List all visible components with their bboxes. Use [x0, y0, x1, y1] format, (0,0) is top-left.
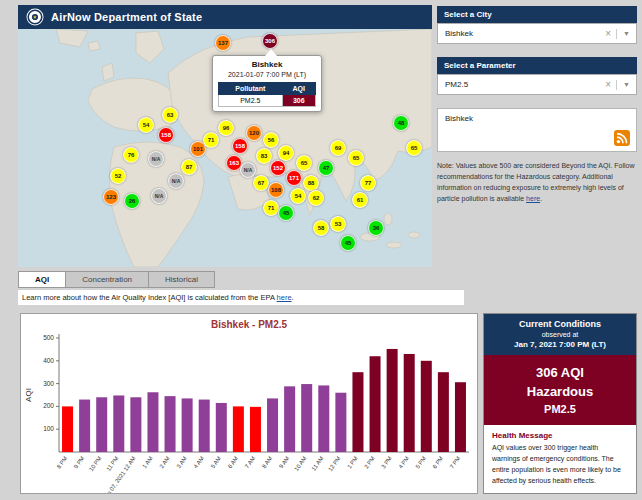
svg-text:12 PM: 12 PM [327, 455, 342, 472]
map-marker[interactable]: 58 [313, 220, 329, 236]
note-link[interactable]: here [526, 195, 540, 202]
map-marker[interactable]: 96 [218, 120, 234, 136]
svg-text:8 PM: 8 PM [56, 455, 69, 470]
map[interactable]: 137306541586376N/A5212326N/AN/A871017196… [18, 29, 432, 267]
map-marker[interactable]: 69 [330, 140, 346, 156]
map-marker[interactable]: 137 [215, 35, 231, 51]
city-select-value: Bishkek [445, 29, 600, 38]
current-aqi-box: 306 AQI Hazardous PM2.5 [484, 355, 636, 425]
map-marker[interactable]: 62 [308, 190, 324, 206]
map-marker[interactable]: 54 [138, 117, 154, 133]
map-marker[interactable]: 26 [124, 193, 140, 209]
chevron-down-icon[interactable]: ▼ [617, 30, 636, 37]
chevron-down-icon[interactable]: ▼ [617, 81, 636, 88]
svg-text:6 AM: 6 AM [227, 455, 240, 469]
map-marker[interactable]: 48 [393, 115, 409, 131]
map-marker[interactable]: 71 [263, 200, 279, 216]
map-marker[interactable]: 94 [278, 145, 294, 161]
map-marker[interactable]: 65 [348, 150, 364, 166]
city-select[interactable]: Bishkek × ▼ [437, 23, 637, 44]
note-suffix: . [540, 195, 542, 202]
svg-text:5 PM: 5 PM [414, 455, 427, 470]
learn-more-link[interactable]: here [277, 293, 292, 302]
health-message-title: Health Message [492, 431, 628, 440]
svg-text:100: 100 [43, 425, 54, 432]
map-marker[interactable]: 76 [123, 147, 139, 163]
clear-icon[interactable]: × [600, 80, 617, 90]
tab-aqi[interactable]: AQI [18, 271, 66, 288]
map-marker[interactable]: N/A [148, 151, 164, 167]
map-marker[interactable]: 45 [340, 235, 356, 251]
svg-text:3 AM: 3 AM [175, 455, 188, 469]
parameter-select[interactable]: PM2.5 × ▼ [437, 74, 637, 95]
svg-text:AQI: AQI [24, 388, 33, 402]
health-message: Health Message AQI values over 300 trigg… [484, 425, 636, 492]
map-marker[interactable]: 152 [270, 160, 286, 176]
map-marker[interactable]: 306 [262, 33, 278, 49]
svg-text:6 PM: 6 PM [432, 455, 445, 470]
current-conditions-title: Current Conditions [488, 319, 632, 329]
map-marker[interactable]: N/A [168, 173, 184, 189]
current-conditions-header: Current Conditions observed at Jan 7, 20… [484, 314, 636, 355]
rss-icon[interactable] [614, 130, 630, 146]
aqi-bar-chart: Bishkek - PM2.5AQI1002003004005008 PM9 P… [21, 314, 477, 493]
chart-panel: Bishkek - PM2.5AQI1002003004005008 PM9 P… [20, 313, 478, 494]
map-marker[interactable]: 158 [158, 127, 174, 143]
map-marker[interactable]: 36 [368, 220, 384, 236]
note-text: Note: Values above 500 are considered Be… [437, 161, 637, 204]
current-conditions-panel: Current Conditions observed at Jan 7, 20… [483, 313, 637, 494]
map-marker[interactable]: 87 [181, 159, 197, 175]
svg-text:500: 500 [43, 334, 54, 341]
observed-at-label: observed at [488, 331, 632, 338]
clear-icon[interactable]: × [600, 29, 617, 39]
learn-more: Learn more about how the Air Quality Ind… [18, 290, 464, 305]
map-marker[interactable]: 61 [352, 192, 368, 208]
map-marker[interactable]: 47 [318, 160, 334, 176]
svg-text:2 AM: 2 AM [158, 455, 171, 469]
map-marker[interactable]: 65 [406, 140, 422, 156]
popup-aqi-header: AQI [282, 83, 315, 95]
popup-table: Pollutant AQI PM2.5 306 [218, 82, 316, 107]
learn-more-suffix: . [292, 293, 294, 302]
tab-concentration[interactable]: Concentration [66, 271, 149, 288]
map-marker[interactable]: N/A [240, 162, 256, 178]
svg-text:9 AM: 9 AM [278, 455, 291, 469]
observed-datetime: Jan 7, 2021 7:00 PM (LT) [488, 340, 632, 349]
map-marker[interactable]: 77 [360, 175, 376, 191]
map-marker[interactable]: 123 [103, 189, 119, 205]
map-marker[interactable]: 45 [278, 205, 294, 221]
map-marker[interactable]: 54 [290, 188, 306, 204]
map-marker[interactable]: 158 [232, 138, 248, 154]
map-marker[interactable]: 108 [268, 182, 284, 198]
map-marker[interactable]: 88 [303, 175, 319, 191]
map-marker[interactable]: 171 [286, 170, 302, 186]
map-marker[interactable]: 63 [162, 107, 178, 123]
svg-text:1 AM: 1 AM [141, 455, 154, 469]
svg-text:9 PM: 9 PM [73, 455, 86, 470]
tab-bar: AQI Concentration Historical [18, 271, 215, 288]
app-header: AirNow Department of State [18, 5, 432, 29]
map-marker[interactable]: N/A [151, 188, 167, 204]
popup-datetime: 2021-01-07 7:00 PM (LT) [218, 70, 316, 79]
svg-text:3 PM: 3 PM [380, 455, 393, 470]
svg-text:10 AM: 10 AM [293, 455, 307, 472]
map-marker[interactable]: 71 [203, 132, 219, 148]
map-popup: Bishkek 2021-01-07 7:00 PM (LT) Pollutan… [212, 55, 322, 112]
svg-text:Bishkek - PM2.5: Bishkek - PM2.5 [211, 319, 288, 330]
map-marker[interactable]: 67 [253, 175, 269, 191]
svg-text:7 PM: 7 PM [449, 455, 462, 470]
map-marker[interactable]: 53 [330, 216, 346, 232]
map-marker[interactable]: 65 [296, 155, 312, 171]
map-marker[interactable]: 52 [110, 168, 126, 184]
map-marker[interactable]: 83 [256, 148, 272, 164]
map-marker[interactable]: 120 [246, 125, 262, 141]
feed-box: Bishkek [437, 108, 637, 152]
feed-title: Bishkek [445, 114, 473, 123]
svg-text:Jan 07, 2021 12 AM: Jan 07, 2021 12 AM [102, 455, 137, 493]
svg-text:400: 400 [43, 357, 54, 364]
current-aqi-pollutant: PM2.5 [488, 403, 632, 415]
popup-pollutant-header: Pollutant [219, 83, 283, 95]
tab-historical[interactable]: Historical [149, 271, 215, 288]
map-marker[interactable]: 56 [263, 132, 279, 148]
svg-text:7 AM: 7 AM [244, 455, 257, 469]
